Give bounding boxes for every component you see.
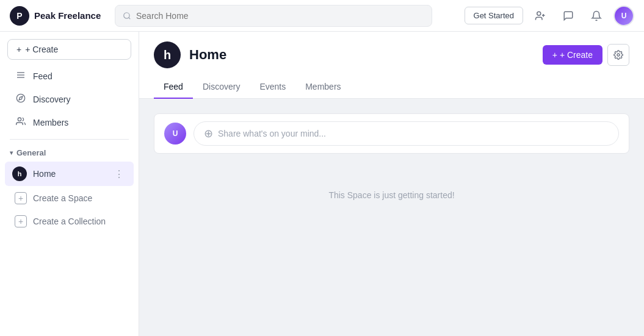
feed-area: U ⊕ Share what's on your mind... This Sp… xyxy=(139,99,644,336)
chat-button[interactable] xyxy=(557,5,579,27)
settings-icon xyxy=(613,50,623,60)
sidebar-item-members[interactable]: Members xyxy=(5,112,134,134)
space-icon: h xyxy=(12,166,27,181)
post-input-row[interactable]: U ⊕ Share what's on your mind... xyxy=(154,113,629,154)
feed-icon xyxy=(15,70,27,82)
sidebar-item-feed[interactable]: Feed xyxy=(5,65,134,87)
content-create-plus: + xyxy=(552,50,557,60)
content-space-icon: h xyxy=(154,41,181,68)
sidebar-create-space[interactable]: + Create a Space xyxy=(5,187,134,209)
content-title-left: h Home xyxy=(154,41,226,68)
sidebar-create-button[interactable]: + + Create xyxy=(7,39,131,60)
logo-icon: P xyxy=(10,6,29,26)
svg-point-9 xyxy=(18,118,21,121)
post-input-fake[interactable]: ⊕ Share what's on your mind... xyxy=(194,121,619,146)
create-space-icon: + xyxy=(15,192,27,204)
search-bar[interactable] xyxy=(115,5,432,27)
search-input[interactable] xyxy=(136,11,424,21)
notifications-button[interactable] xyxy=(585,5,607,27)
sidebar-divider xyxy=(10,139,129,140)
content-title-right: + + Create xyxy=(543,44,629,66)
feed-label: Feed xyxy=(33,71,52,81)
nav-right: Get Started U xyxy=(465,5,634,27)
sidebar-item-discovery[interactable]: Discovery xyxy=(5,88,134,110)
create-collection-icon: + xyxy=(15,215,27,227)
create-collection-label: Create a Collection xyxy=(33,216,106,226)
space-name: Home xyxy=(33,169,106,179)
content-tabs: Feed Discovery Events Members xyxy=(154,76,629,98)
create-plus-icon: + xyxy=(16,45,21,54)
content-header: h Home + + Create Feed Discovery xyxy=(139,32,644,99)
create-space-label: Create a Space xyxy=(33,193,92,203)
main-layout: + + Create Feed Discovery Members ▾ Gene… xyxy=(0,32,644,336)
sidebar-create-collection[interactable]: + Create a Collection xyxy=(5,210,134,232)
content-title-row: h Home + + Create xyxy=(154,41,629,68)
general-section-label: General xyxy=(16,148,46,157)
members-icon xyxy=(15,116,27,129)
topnav: P Peak Freelance Get Started U xyxy=(0,0,644,32)
get-started-button[interactable]: Get Started xyxy=(465,7,523,24)
person-add-icon xyxy=(535,10,546,21)
svg-point-1 xyxy=(537,12,541,15)
svg-marker-8 xyxy=(19,96,23,100)
empty-state: This Space is just getting started! xyxy=(154,190,629,200)
members-label: Members xyxy=(33,118,68,127)
space-menu-icon[interactable]: ⋮ xyxy=(112,167,126,181)
avatar-placeholder: U xyxy=(615,7,633,25)
chat-icon xyxy=(563,10,574,21)
logo-area: P Peak Freelance xyxy=(10,6,107,26)
tab-members[interactable]: Members xyxy=(295,76,350,99)
svg-point-0 xyxy=(124,12,129,18)
tab-feed[interactable]: Feed xyxy=(154,76,193,99)
post-plus-circle-icon: ⊕ xyxy=(204,127,213,140)
discovery-icon xyxy=(15,93,27,105)
content-create-label: + Create xyxy=(560,50,593,60)
sidebar-create-label: + Create xyxy=(25,45,58,54)
person-add-button[interactable] xyxy=(529,5,551,27)
content-space-name: Home xyxy=(189,47,226,63)
empty-state-text: This Space is just getting started! xyxy=(328,190,454,200)
sidebar-space-home[interactable]: h Home ⋮ xyxy=(5,162,134,186)
content-create-button[interactable]: + + Create xyxy=(543,45,602,65)
svg-point-7 xyxy=(16,94,24,102)
sidebar: + + Create Feed Discovery Members ▾ Gene… xyxy=(0,32,139,336)
svg-point-10 xyxy=(617,54,620,56)
sidebar-section-general[interactable]: ▾ General xyxy=(0,145,139,161)
settings-button[interactable] xyxy=(607,44,629,66)
tab-events[interactable]: Events xyxy=(250,76,295,99)
discovery-label: Discovery xyxy=(33,95,70,104)
post-placeholder: Share what's on your mind... xyxy=(218,129,326,138)
search-icon xyxy=(123,12,131,20)
app-name: Peak Freelance xyxy=(34,10,101,21)
current-user-avatar: U xyxy=(164,123,186,145)
content-area: h Home + + Create Feed Discovery xyxy=(139,32,644,336)
bell-icon xyxy=(591,10,602,21)
chevron-down-icon: ▾ xyxy=(10,149,13,156)
tab-discovery[interactable]: Discovery xyxy=(193,76,250,99)
user-avatar[interactable]: U xyxy=(613,5,634,26)
